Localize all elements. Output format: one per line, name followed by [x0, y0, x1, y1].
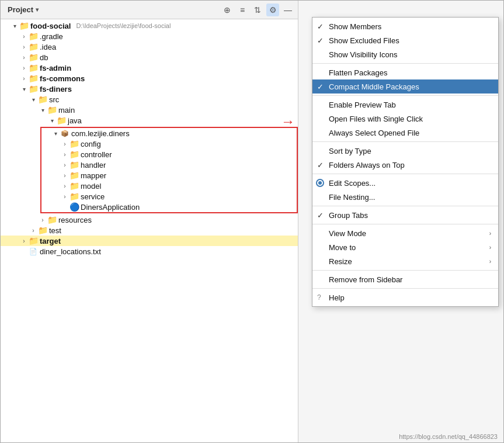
tree-item[interactable]: › 📁 fs-commons [1, 73, 298, 84]
root-arrow: ▾ [10, 21, 19, 30]
menu-item-always-select[interactable]: Always Select Opened File [312, 126, 498, 140]
menu-divider [312, 224, 498, 224]
folder-icon: 📁 [29, 74, 38, 83]
panel-title: Project ▾ [8, 5, 39, 14]
menu-label: Resize [329, 257, 489, 266]
arrow: ▾ [19, 84, 29, 94]
menu-item-preview-tab[interactable]: Enable Preview Tab [312, 98, 498, 112]
tree-item[interactable]: 📄 diner_locations.txt [1, 246, 298, 257]
arrow: › [60, 171, 69, 180]
folder-icon: 📁 [29, 63, 38, 72]
item-label: mapper [81, 171, 106, 180]
folder-icon: 📁 [69, 150, 79, 159]
header-btn-settings[interactable]: ⚙ [266, 4, 279, 16]
arrow: ▾ [47, 116, 57, 125]
menu-item-help[interactable]: ? Help [312, 290, 498, 304]
tree-item[interactable]: › 📁 test [1, 225, 298, 236]
menu-item-sort-type[interactable]: Sort by Type [312, 144, 498, 158]
tree-item[interactable]: › 📁 mapper [41, 170, 297, 181]
tree-root[interactable]: ▾ 📁 food-social D:\IdeaProjects\lezijie\… [1, 20, 298, 31]
tree-item[interactable]: › 📁 controller [41, 149, 297, 160]
menu-item-group-tabs[interactable]: ✓ Group Tabs [312, 208, 498, 222]
tree-item[interactable]: ▾ 📁 java [1, 115, 298, 126]
arrow: › [60, 160, 69, 169]
item-label: fs-diners [40, 85, 72, 94]
arrow: ▾ [29, 95, 38, 104]
menu-label: Open Files with Single Click [329, 115, 491, 123]
header-btn-collapse[interactable]: ≡ [236, 4, 249, 16]
tree-item[interactable]: 🔵 DinersApplication [41, 202, 297, 212]
menu-item-file-nesting[interactable]: File Nesting... [312, 190, 498, 204]
menu-divider [312, 63, 498, 64]
item-label: DinersApplication [81, 203, 140, 212]
menu-label: Enable Preview Tab [329, 101, 491, 109]
panel-title-text: Project [8, 5, 33, 14]
menu-item-view-mode[interactable]: View Mode › [312, 226, 498, 240]
arrow: › [60, 139, 69, 148]
menu-item-show-visibility[interactable]: Show Visibility Icons [312, 47, 498, 61]
project-panel: Project ▾ ⊕ ≡ ⇅ ⚙ — ▾ 📁 food-social D:\I… [1, 1, 298, 442]
tree-item[interactable]: › 📁 service [41, 191, 297, 202]
arrow: › [19, 42, 29, 51]
folder-icon: 📁 [29, 32, 38, 41]
item-label: fs-admin [40, 64, 71, 72]
folder-icon: 📁 [38, 95, 47, 104]
submenu-arrow-icon: › [489, 230, 491, 237]
menu-item-edit-scopes[interactable]: Edit Scopes... [312, 176, 498, 190]
file-icon: 📄 [29, 247, 38, 256]
menu-label: Show Visibility Icons [329, 50, 491, 59]
menu-label: Move to [329, 243, 489, 252]
folder-icon: 📁 [47, 215, 57, 224]
app-icon: 🔵 [69, 202, 79, 212]
tree-item[interactable]: › 📁 model [41, 181, 297, 191]
menu-divider [312, 206, 498, 206]
tree-item[interactable]: › 📁 .idea [1, 41, 298, 52]
tree-item[interactable]: ▾ 📦 com.lezijie.diners [41, 128, 297, 139]
item-label: test [49, 226, 61, 235]
folder-icon: 📁 [29, 84, 38, 94]
tree-item-target[interactable]: › 📁 target [1, 236, 298, 246]
item-label: config [81, 140, 101, 148]
tree-item[interactable]: › 📁 db [1, 52, 298, 63]
menu-item-single-click[interactable]: Open Files with Single Click [312, 112, 498, 126]
panel-dropdown-arrow[interactable]: ▾ [36, 6, 39, 13]
menu-item-folders-top[interactable]: ✓ Folders Always on Top [312, 158, 498, 172]
header-btn-add[interactable]: ⊕ [221, 4, 234, 16]
tree-item[interactable]: ▾ 📁 fs-diners [1, 84, 298, 94]
menu-item-compact[interactable]: ✓ Compact Middle Packages [312, 79, 498, 94]
tree-item[interactable]: › 📁 config [41, 139, 297, 149]
submenu-arrow-icon: › [489, 244, 491, 251]
check-icon: ✓ [317, 211, 324, 220]
tree-item[interactable]: › 📁 resources [1, 214, 298, 225]
menu-item-move-to[interactable]: Move to › [312, 240, 498, 254]
folder-icon: 📁 [47, 105, 57, 115]
folder-icon: 📁 [29, 236, 38, 245]
menu-divider [312, 174, 498, 174]
tree-item[interactable]: › 📁 .gradle [1, 31, 298, 41]
item-label: db [40, 53, 48, 62]
folder-icon: 📁 [29, 42, 38, 51]
menu-item-remove-sidebar[interactable]: Remove from Sidebar [312, 272, 498, 286]
arrow: › [29, 226, 38, 235]
menu-item-flatten[interactable]: Flatten Packages [312, 65, 498, 79]
item-label: com.lezijie.diners [71, 129, 130, 138]
check-icon: ✓ [317, 36, 324, 45]
item-label: model [81, 182, 101, 191]
tree-item[interactable]: ▾ 📁 main [1, 105, 298, 115]
item-label: controller [81, 150, 112, 159]
menu-label: Flatten Packages [329, 68, 491, 77]
arrow: › [38, 215, 47, 224]
menu-item-show-members[interactable]: ✓ Show Members [312, 19, 498, 33]
menu-label: File Nesting... [329, 193, 491, 202]
menu-label: Compact Middle Packages [329, 82, 491, 91]
menu-label: Help [329, 293, 491, 302]
menu-item-show-excluded[interactable]: ✓ Show Excluded Files [312, 33, 498, 47]
tree-item[interactable]: › 📁 fs-admin [1, 63, 298, 73]
tree-item[interactable]: › 📁 handler [41, 160, 297, 170]
header-btn-minimize[interactable]: — [281, 4, 294, 16]
tree-item[interactable]: ▾ 📁 src [1, 94, 298, 105]
header-btn-expand[interactable]: ⇅ [251, 4, 264, 16]
menu-item-resize[interactable]: Resize › [312, 254, 498, 268]
highlighted-package-box: ▾ 📦 com.lezijie.diners › 📁 config › [40, 127, 298, 213]
menu-label: Sort by Type [329, 147, 491, 155]
